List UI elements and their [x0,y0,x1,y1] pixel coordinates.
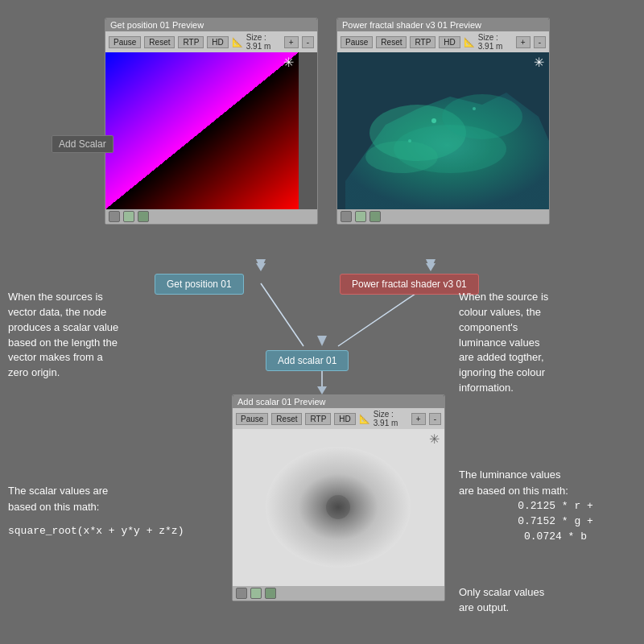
add-scalar-preview-window: Add scalar 01 Preview Pause Reset RTP HD… [232,394,445,601]
power-fractal-corner-icon: ✳ [531,56,546,70]
add-scalar-hd-btn[interactable]: HD [334,413,355,425]
svg-point-15 [431,118,436,123]
power-fractal-toolbar: Pause Reset RTP HD 📐 Size : 3.91 m + - [337,31,549,52]
get-position-footer-icon2 [123,211,134,222]
power-fractal-canvas: ✳ [337,52,549,209]
colour-info-text: When the source is colour values, the co… [459,291,548,394]
power-fractal-reset-btn[interactable]: Reset [376,36,407,48]
get-position-minus-btn[interactable]: - [302,36,314,48]
get-position-size-label: Size : 3.91 m [246,33,279,51]
add-scalar-pause-btn[interactable]: Pause [236,413,268,425]
add-scalar-canvas: ✳ [233,429,444,586]
get-position-footer-icon3 [138,211,149,222]
svg-marker-2 [317,336,327,346]
svg-marker-8 [426,263,436,271]
add-scalar-node[interactable]: Add scalar 01 [266,350,349,371]
svg-point-17 [408,139,411,142]
add-scalar-reset-btn[interactable]: Reset [271,413,302,425]
get-position-preview-window: Get position 01 Preview Pause Reset RTP … [105,18,318,225]
colour-info-annotation: When the source is colour values, the co… [459,290,632,396]
svg-point-20 [326,495,350,519]
add-scalar-footer-icon2 [250,588,262,599]
add-scalar-footer [233,586,444,601]
add-scalar-plus-btn[interactable]: + [411,413,426,425]
get-position-hd-btn[interactable]: HD [207,36,228,48]
power-fractal-preview-window: Power fractal shader v3 01 Preview Pause… [336,18,550,225]
power-fractal-preview-title: Power fractal shader v3 01 Preview [337,19,549,31]
luminance-label-annotation: The luminance values are based on this m… [459,467,636,499]
power-fractal-node-label: Power fractal shader v3 01 [352,279,467,290]
get-position-size-icon: 📐 [232,37,243,47]
svg-line-3 [261,283,303,346]
power-fractal-node[interactable]: Power fractal shader v3 01 [340,274,479,295]
add-scalar-size-label: Size : 3.91 m [374,410,407,427]
add-scalar-footer-icon1 [236,588,247,599]
get-position-node-label: Get position 01 [167,279,232,290]
scalar-math-label-text: The scalar values are based on this math… [8,485,108,513]
power-fractal-plus-btn[interactable]: + [516,36,530,48]
get-position-rtp-btn[interactable]: RTP [178,36,204,48]
svg-marker-0 [256,259,266,270]
svg-point-16 [473,107,476,110]
get-position-plus-btn[interactable]: + [284,36,299,48]
power-fractal-footer-icon2 [355,211,366,222]
power-fractal-pause-btn[interactable]: Pause [341,36,373,48]
power-fractal-size-label: Size : 3.91 m [478,33,511,51]
scalar-math-formula-text: square_root(x*x + y*y + z*z) [8,525,184,537]
get-position-pause-btn[interactable]: Pause [109,36,141,48]
get-position-reset-btn[interactable]: Reset [144,36,175,48]
get-position-footer-icon1 [109,211,120,222]
get-position-preview-title: Get position 01 Preview [105,19,317,31]
get-position-node[interactable]: Get position 01 [155,274,244,295]
add-scalar-size-icon: 📐 [359,414,370,424]
get-position-corner-icon: ✳ [281,56,295,70]
add-scalar-minus-btn[interactable]: - [429,413,441,425]
scalar-math-label-annotation: The scalar values are based on this math… [8,483,169,515]
add-scalar-rtp-btn[interactable]: RTP [305,413,331,425]
add-scalar-toolbar: Pause Reset RTP HD 📐 Size : 3.91 m + - [233,408,444,429]
only-scalar-annotation: Only scalar values are output. [459,585,628,616]
svg-point-14 [365,141,438,173]
power-fractal-footer [337,209,549,224]
power-fractal-hd-btn[interactable]: HD [439,36,460,48]
luminance-formula-b: 0.0724 * b [483,530,628,545]
add-scalar-corner-icon: ✳ [427,432,441,447]
get-position-toolbar: Pause Reset RTP HD 📐 Size : 3.91 m + - [105,31,317,52]
svg-marker-7 [256,263,266,271]
vector-info-annotation: When the sources is vector data, the nod… [8,290,145,381]
svg-marker-6 [317,386,327,394]
vector-info-text: When the sources is vector data, the nod… [8,291,118,378]
scalar-math-formula-annotation: square_root(x*x + y*y + z*z) [8,523,225,539]
power-fractal-footer-icon1 [341,211,352,222]
add-scalar-sidebar-label: Add Scalar [52,135,114,153]
power-fractal-rtp-btn[interactable]: RTP [410,36,436,48]
svg-marker-1 [426,259,436,270]
get-position-canvas: ✳ [105,52,299,209]
power-fractal-footer-icon3 [369,211,381,222]
luminance-formula-r: 0.2125 * r + [483,499,628,514]
luminance-formula-annotation: 0.2125 * r + 0.7152 * g + 0.0724 * b [483,499,628,545]
add-scalar-footer-icon3 [265,588,276,599]
add-scalar-node-label: Add scalar 01 [278,355,336,366]
get-position-footer [105,209,317,224]
only-scalar-text: Only scalar values are output. [459,586,544,613]
add-scalar-preview-title: Add scalar 01 Preview [233,395,444,408]
power-fractal-size-icon: 📐 [464,37,475,47]
luminance-formula-g: 0.7152 * g + [483,514,628,530]
luminance-label-text: The luminance values are based on this m… [459,469,568,497]
power-fractal-minus-btn[interactable]: - [534,36,546,48]
